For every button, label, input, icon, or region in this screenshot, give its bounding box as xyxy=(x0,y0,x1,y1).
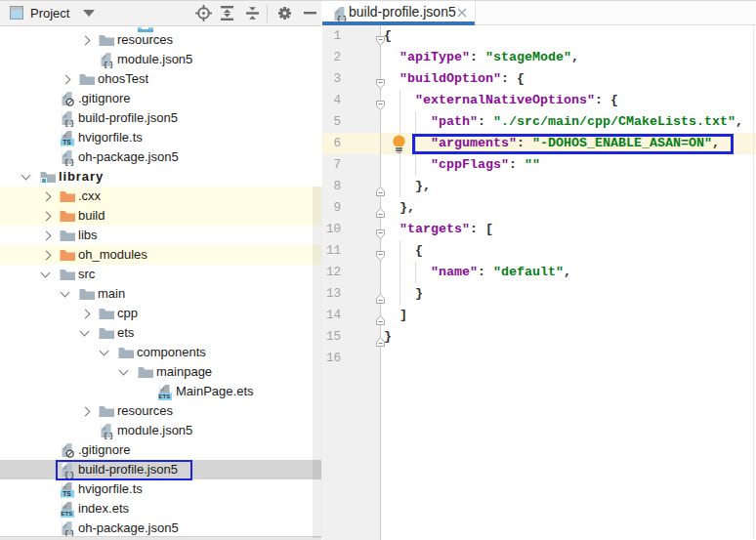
svg-text:{}: {} xyxy=(104,61,115,68)
svg-text:{}: {} xyxy=(64,119,76,127)
svg-text:ETS: ETS xyxy=(62,511,73,517)
svg-text:TS: TS xyxy=(63,490,71,497)
svg-text:{}: {} xyxy=(64,158,76,166)
svg-text:TS: TS xyxy=(63,139,71,145)
svg-text:ETS: ETS xyxy=(159,394,171,399)
svg-text:{}: {} xyxy=(104,432,115,439)
